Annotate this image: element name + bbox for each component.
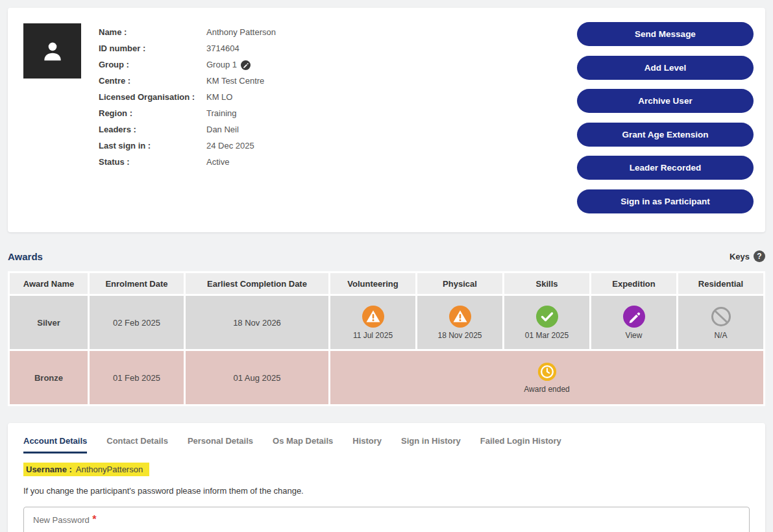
archive-user-button[interactable]: Archive User (577, 89, 754, 113)
new-password-label: New Password (33, 515, 90, 525)
section-na-label: N/A (678, 331, 763, 340)
physical-section-cell[interactable]: 18 Nov 2025 (417, 296, 502, 349)
section-view-label: View (591, 331, 676, 340)
award-ended-cell: Award ended (330, 351, 763, 404)
field-value-region: Training (206, 108, 276, 119)
password-change-note: If you change the participant's password… (23, 486, 750, 496)
residential-section-cell: N/A (678, 296, 763, 349)
username-label: Username : (26, 465, 72, 474)
column-header: Volunteering (330, 273, 415, 294)
question-mark-icon: ? (754, 250, 765, 262)
column-header: Physical (417, 273, 502, 294)
profile-card: Name : Anthony Patterson ID number : 371… (8, 8, 765, 232)
section-date: 18 Nov 2025 (417, 331, 502, 340)
not-applicable-icon (710, 306, 732, 328)
tab-contact-details[interactable]: Contact Details (106, 436, 168, 453)
new-password-field: New Password * (23, 507, 750, 532)
username-highlight: Username :AnthonyPatterson (23, 463, 149, 476)
field-value-status: Active (206, 157, 276, 167)
section-date: 01 Mar 2025 (504, 331, 589, 340)
grant-age-extension-button[interactable]: Grant Age Extension (577, 123, 754, 147)
tab-history[interactable]: History (352, 436, 382, 453)
field-value-group: Group 1 (206, 60, 276, 70)
field-value-centre: KM Test Centre (206, 76, 276, 86)
field-label: Status : (99, 157, 206, 167)
tab-failed-login-history[interactable]: Failed Login History (480, 436, 561, 453)
field-label: Leaders : (99, 125, 206, 135)
tab-os-map-details[interactable]: Os Map Details (273, 436, 333, 453)
section-date: 11 Jul 2025 (330, 331, 415, 340)
enrolment-date-cell: 01 Feb 2025 (90, 351, 184, 404)
person-icon (40, 39, 65, 64)
table-row-silver: Silver 02 Feb 2025 18 Nov 2026 11 Jul 20… (10, 296, 763, 349)
completion-date-cell: 01 Aug 2025 (186, 351, 328, 404)
award-ended-label: Award ended (330, 385, 763, 394)
skills-section-cell[interactable]: 01 Mar 2025 (504, 296, 589, 349)
tab-account-details[interactable]: Account Details (23, 436, 87, 453)
column-header: Award Name (10, 273, 88, 294)
edit-icon (623, 306, 645, 328)
column-header: Expedition (591, 273, 676, 294)
leader-recorded-button[interactable]: Leader Recorded (577, 156, 754, 180)
tab-sign-in-history[interactable]: Sign in History (401, 436, 461, 453)
field-label: Region : (99, 108, 206, 119)
table-row-bronze: Bronze 01 Feb 2025 01 Aug 2025 Award end… (10, 351, 763, 404)
field-label: Centre : (99, 76, 206, 86)
column-header: Residential (678, 273, 763, 294)
field-label: ID number : (99, 43, 206, 54)
volunteering-section-cell[interactable]: 11 Jul 2025 (330, 296, 415, 349)
field-value-id: 3714604 (206, 43, 276, 54)
field-label: Licensed Organisation : (99, 92, 206, 103)
keys-help[interactable]: Keys ? (730, 250, 765, 262)
account-details-card: Account Details Contact Details Personal… (8, 423, 765, 532)
details-tabs: Account Details Contact Details Personal… (8, 423, 765, 453)
field-value-licensed-org: KM LO (206, 92, 276, 103)
field-value-name: Anthony Patterson (206, 27, 276, 38)
column-header: Earliest Completion Date (186, 273, 328, 294)
sign-in-as-participant-button[interactable]: Sign in as Participant (577, 189, 754, 213)
check-icon (536, 306, 558, 328)
award-name-cell: Bronze (10, 351, 88, 404)
required-asterisk: * (92, 514, 96, 525)
clock-icon (537, 362, 557, 381)
profile-fields: Name : Anthony Patterson ID number : 371… (99, 27, 276, 167)
award-name-cell: Silver (10, 296, 88, 349)
field-value-leaders: Dan Neil (206, 125, 276, 135)
send-message-button[interactable]: Send Message (577, 22, 754, 46)
field-value-last-sign-in: 24 Dec 2025 (206, 141, 276, 151)
field-label: Group : (99, 60, 206, 70)
awards-table: Award Name Enrolment Date Earliest Compl… (8, 271, 765, 406)
add-level-button[interactable]: Add Level (577, 56, 754, 80)
enrolment-date-cell: 02 Feb 2025 (90, 296, 184, 349)
column-header: Skills (504, 273, 589, 294)
field-label: Name : (99, 27, 206, 38)
completion-date-cell: 18 Nov 2026 (186, 296, 328, 349)
field-label: Last sign in : (99, 141, 206, 151)
column-header: Enrolment Date (90, 273, 184, 294)
expedition-section-cell[interactable]: View (591, 296, 676, 349)
keys-label: Keys (730, 252, 750, 261)
awards-header-row: Award Name Enrolment Date Earliest Compl… (10, 273, 763, 294)
awards-heading: Awards (8, 251, 43, 262)
new-password-input[interactable] (33, 528, 740, 532)
username-value: AnthonyPatterson (76, 465, 143, 474)
avatar (23, 23, 81, 79)
tab-personal-details[interactable]: Personal Details (188, 436, 253, 453)
warning-icon (362, 306, 384, 328)
warning-icon (449, 306, 471, 328)
edit-group-icon[interactable] (241, 60, 251, 70)
profile-actions: Send Message Add Level Archive User Gran… (577, 22, 754, 213)
